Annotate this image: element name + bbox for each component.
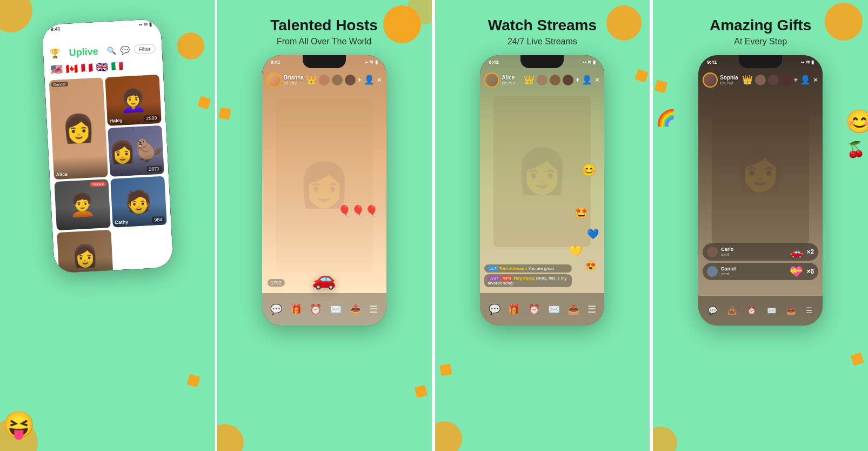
menu-bottom-icon[interactable]: ☰ [369, 303, 378, 315]
mail-icon-3[interactable]: ✉️ [548, 303, 560, 315]
header-actions-4: 👑 + 👤 ✕ [742, 75, 818, 85]
viewer-avatar-4-2 [768, 75, 779, 85]
emoji-float-outer-1: 😊 [845, 108, 868, 135]
deco-circle-1 [0, 0, 32, 32]
daniel-info: Daniel sent [721, 266, 786, 276]
stream-card-3[interactable]: 2871 👩‍🦫 [108, 125, 164, 177]
deco-sq-1 [197, 96, 211, 110]
chat-icon[interactable]: 💬 [120, 45, 130, 55]
flag-it[interactable]: 🇮🇹 [111, 60, 123, 72]
panel-4-title: Amazing Gifts [710, 16, 811, 35]
carlo-gift-count: ×2 [806, 248, 814, 256]
host-person-area-2: 👩 [262, 82, 386, 288]
deco-p2-3 [215, 424, 244, 451]
status-bar-3: 9:41 ▪▪ ≋ ▮ [480, 59, 604, 65]
status-bar-2: 9:41 ▪▪ ≋ ▮ [262, 59, 386, 65]
filter-button[interactable]: Filter [133, 44, 156, 54]
mail-bottom-icon[interactable]: ✉️ [330, 303, 342, 315]
stream-card-rookie[interactable]: Rookie 🧑‍🦱 [54, 179, 111, 230]
phone-screen-1: 9:41 ▪▪ ≋ ▮ 🏆 Uplive 🔍 💬 Filter 🇺🇸 [42, 19, 173, 274]
emoji-float-3-2: 🤩 [575, 207, 588, 220]
deco-p4-sq2 [850, 352, 864, 366]
add-viewer-icon-3[interactable]: + [576, 76, 579, 84]
live-bottom-bar-2: 💬 🎁 ⏰ ✉️ 📤 ☰ [262, 293, 386, 326]
flag-ca[interactable]: 🇨🇦 [65, 63, 78, 75]
menu-icon-4[interactable]: ☰ [806, 306, 813, 315]
host-score-4: £5,762 [720, 81, 740, 85]
header-icons: 🔍 💬 Filter [106, 44, 156, 56]
host-person-area-4: 👩 [698, 82, 823, 255]
person-icon-2: 👤 [364, 75, 375, 85]
panel-app-listing: 😝 9:41 ▪▪ ≋ ▮ 🏆 Uplive 🔍 💬 [0, 0, 215, 451]
host-silhouette-3: 👩 [493, 96, 591, 247]
host-name-3: Alice [502, 75, 522, 81]
host-name-4: Sophia [720, 75, 740, 81]
phone-frame-1: 9:41 ▪▪ ≋ ▮ 🏆 Uplive 🔍 💬 Filter 🇺🇸 [42, 19, 173, 274]
live-stream-screen-2: 9:41 ▪▪ ≋ ▮ Brianna £5,762 👑 + [262, 55, 386, 326]
crown-icon-3: 👑 [524, 75, 535, 85]
search-icon[interactable]: 🔍 [106, 46, 116, 56]
carlo-info: Carlo sent [721, 247, 786, 257]
crown-icon-2: 👑 [306, 75, 317, 85]
panel-talented-hosts: Talented Hosts From All Over The World 9… [215, 0, 433, 451]
deco-p4-sq1 [655, 80, 667, 93]
gift-bottom-icon[interactable]: 🎁 [290, 303, 302, 315]
viewer-avatar-4-1 [755, 75, 766, 85]
deco-p3-2 [433, 421, 462, 451]
flag-us[interactable]: 🇺🇸 [50, 63, 63, 76]
panel-4-subtitle: At Every Step [734, 37, 787, 47]
add-viewer-icon[interactable]: + [358, 76, 362, 84]
stream-tag-dancer: Dancer [51, 82, 68, 88]
clock-icon-3[interactable]: ⏰ [528, 303, 540, 315]
stream-card-haley[interactable]: 2589 Haley 👩‍🦱 [105, 75, 162, 126]
flag-pe[interactable]: 🇵🇪 [81, 62, 93, 74]
share-icon-3[interactable]: 📤 [567, 303, 579, 315]
stream-grid: Dancer Alice 👩 2589 Haley 👩‍🦱 [49, 75, 169, 274]
host-info-2: Brianna £5,762 [284, 75, 304, 85]
chat-icon-4[interactable]: 💬 [708, 306, 717, 315]
close-icon-3[interactable]: ✕ [595, 76, 600, 84]
phone-frame-4: 9:41 ▪▪ ≋ ▮ Sophia £5,762 👑 + [698, 55, 823, 326]
chat-msg-2: Lv.87 VIP3 Roy Perez OMG, this is my fav… [484, 274, 572, 287]
gift-notif-daniel: Daniel sent 💝 ×6 [703, 263, 818, 280]
emoji-float-outer-2: 🍒 [846, 141, 865, 158]
bag-icon-4[interactable]: 👜 [727, 306, 737, 315]
status-bar-4: 9:41 ▪▪ ≋ ▮ [698, 59, 823, 65]
emoji-float-3-4: 💛 [569, 244, 583, 257]
share-bottom-icon[interactable]: 📤 [350, 303, 362, 315]
signal-4: ▪▪ ≋ ▮ [801, 59, 814, 65]
phone-frame-3: 9:41 ▪▪ ≋ ▮ Alice £5,762 👑 + [480, 55, 604, 326]
person-icon-3: 👤 [582, 75, 592, 85]
menu-icon-3[interactable]: ☰ [587, 303, 596, 315]
live-stream-screen-4: 9:41 ▪▪ ≋ ▮ Sophia £5,762 👑 + [698, 55, 823, 326]
stream-card-alice[interactable]: Dancer Alice 👩 [49, 77, 108, 180]
chat-icon-3[interactable]: 💬 [489, 303, 500, 315]
stream-count-cathy: 984 [152, 216, 165, 223]
close-icon-4[interactable]: ✕ [813, 76, 818, 84]
phone-screen-3: 9:41 ▪▪ ≋ ▮ Alice £5,762 👑 + [480, 55, 604, 326]
gift-icon-3[interactable]: 🎁 [508, 303, 520, 315]
add-viewer-icon-4[interactable]: + [794, 76, 798, 84]
share-icon-4[interactable]: 📤 [786, 306, 796, 315]
card-gradient-6 [58, 257, 113, 274]
mail-icon-4[interactable]: ✉️ [767, 306, 776, 315]
clock-icon-4[interactable]: ⏰ [747, 306, 756, 315]
carlo-action: sent [721, 252, 786, 257]
chat-name-1: Tom Johnson [499, 266, 527, 271]
viewer-avatar-3 [345, 75, 356, 85]
deco-p4-2 [651, 427, 677, 451]
viewer-avatar-4-3 [781, 75, 792, 85]
chat-bottom-icon[interactable]: 💬 [270, 303, 282, 315]
view-count-2: 1792 [268, 279, 285, 287]
flag-gb[interactable]: 🇬🇧 [96, 61, 108, 74]
stream-card-cathy[interactable]: 984 Cathy 🧑 [110, 176, 167, 228]
chat-text-1: You are great [528, 266, 554, 271]
emoji-laugh: 😝 [3, 410, 35, 440]
close-icon-2[interactable]: ✕ [377, 76, 382, 84]
live-stream-screen-3: 9:41 ▪▪ ≋ ▮ Alice £5,762 👑 + [480, 55, 604, 326]
stream-card-natalie[interactable]: Natalie 👩 [57, 230, 113, 274]
signal-3: ▪▪ ≋ ▮ [583, 59, 596, 65]
clock-bottom-icon[interactable]: ⏰ [310, 303, 322, 315]
phone-screen-4: 9:41 ▪▪ ≋ ▮ Sophia £5,762 👑 + [698, 55, 823, 326]
viewer-avatar-2 [332, 75, 343, 85]
